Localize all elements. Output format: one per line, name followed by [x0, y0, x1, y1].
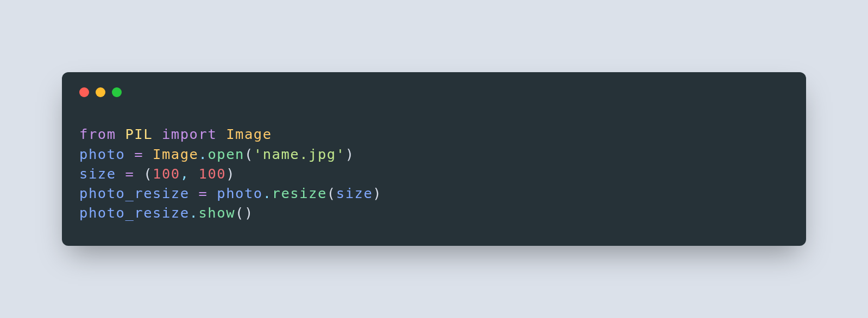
- variable: size: [79, 166, 116, 182]
- variable: photo: [79, 146, 125, 162]
- code-content[interactable]: from PIL import Imagephoto = Image.open(…: [79, 124, 789, 222]
- keyword-from: from: [79, 126, 116, 142]
- dot: .: [199, 146, 208, 162]
- code-line-6: photo_resize.show(): [79, 203, 789, 222]
- code-line-3: photo = Image.open('name.jpg'): [79, 144, 789, 164]
- code-line-1: from PIL import Image: [79, 124, 789, 144]
- rparen: ): [244, 205, 254, 221]
- maximize-icon[interactable]: [112, 87, 122, 97]
- rparen: ): [373, 185, 382, 201]
- method-call: open: [207, 146, 244, 162]
- object-ref: photo_resize: [79, 205, 190, 221]
- number-literal: 100: [199, 166, 227, 182]
- minimize-icon[interactable]: [96, 87, 105, 97]
- method-call: resize: [272, 185, 327, 201]
- string-literal: 'name.jpg': [254, 146, 345, 162]
- lparen: (: [244, 146, 254, 162]
- operator-eq: =: [116, 166, 144, 182]
- argument: size: [336, 185, 373, 201]
- keyword-import: import: [162, 126, 217, 142]
- close-icon[interactable]: [79, 87, 89, 97]
- rparen: ): [345, 146, 355, 162]
- dot: .: [263, 185, 272, 201]
- window-controls: [79, 87, 789, 97]
- lparen: (: [143, 166, 153, 182]
- lparen: (: [327, 185, 336, 201]
- rparen: ): [226, 166, 235, 182]
- object-ref: photo: [217, 185, 262, 201]
- variable: photo_resize: [79, 185, 190, 201]
- code-window: from PIL import Imagephoto = Image.open(…: [62, 72, 806, 245]
- class-ref: Image: [153, 146, 198, 162]
- class-name: Image: [226, 126, 272, 142]
- number-literal: 100: [153, 166, 180, 182]
- comma: ,: [180, 166, 199, 182]
- operator-eq: =: [125, 146, 153, 162]
- code-line-5: photo_resize = photo.resize(size): [79, 183, 789, 203]
- method-call: show: [198, 205, 235, 221]
- code-line-4: size = (100, 100): [79, 164, 789, 183]
- lparen: (: [235, 205, 244, 221]
- module-name: PIL: [125, 126, 153, 142]
- operator-eq: =: [190, 185, 217, 201]
- dot: .: [190, 205, 199, 221]
